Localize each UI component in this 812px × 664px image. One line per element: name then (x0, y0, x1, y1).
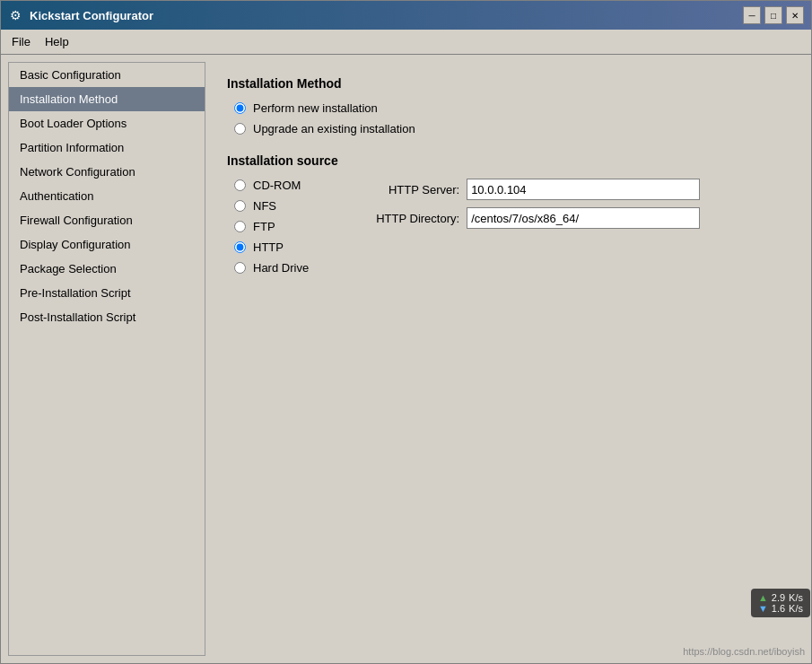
app-icon: ⚙ (8, 8, 22, 22)
radio-upgrade-input[interactable] (234, 123, 246, 135)
radio-ftp-label: FTP (253, 220, 275, 233)
main-window: ⚙ Kickstart Configurator ─ □ ✕ File Help… (0, 0, 812, 664)
radio-cdrom-input[interactable] (234, 179, 246, 191)
sidebar-item-display-config[interactable]: Display Configuration (9, 232, 205, 257)
sidebar-item-package-selection[interactable]: Package Selection (9, 257, 205, 281)
radio-http-label: HTTP (253, 240, 284, 254)
menu-bar: File Help (1, 30, 811, 55)
download-arrow: ▼ (758, 603, 768, 614)
upload-arrow: ▲ (758, 592, 768, 603)
radio-nfs[interactable]: NFS (234, 199, 309, 213)
download-speed-value: 1.6 (772, 603, 785, 614)
radio-new-install[interactable]: Perform new installation (234, 101, 782, 115)
sidebar-item-boot-loader[interactable]: Boot Loader Options (9, 111, 205, 135)
sidebar-item-pre-install[interactable]: Pre-Installation Script (9, 281, 205, 305)
speed-overlay: ▲ 2.9 K/s ▼ 1.6 K/s (751, 589, 810, 617)
radio-hard-drive-input[interactable] (234, 262, 246, 274)
http-directory-label: HTTP Directory: (352, 212, 459, 225)
http-server-label: HTTP Server: (352, 183, 459, 197)
watermark: https://blog.csdn.net/iboyish (683, 646, 805, 657)
radio-http-input[interactable] (234, 241, 246, 253)
sidebar-item-firewall-config[interactable]: Firewall Configuration (9, 208, 205, 232)
radio-hard-drive[interactable]: Hard Drive (234, 261, 309, 275)
upload-speed-value: 2.9 (772, 592, 785, 603)
http-server-row: HTTP Server: (352, 179, 700, 200)
main-content: Basic Configuration Installation Method … (1, 55, 811, 663)
close-button[interactable]: ✕ (786, 6, 804, 24)
radio-new-install-label: Perform new installation (253, 101, 378, 115)
installation-method-options: Perform new installation Upgrade an exis… (227, 101, 782, 135)
radio-hard-drive-label: Hard Drive (253, 261, 309, 275)
http-server-input[interactable] (467, 179, 700, 200)
installation-source-title: Installation source (227, 153, 782, 168)
sidebar: Basic Configuration Installation Method … (8, 62, 205, 656)
sidebar-item-basic-config[interactable]: Basic Configuration (9, 63, 205, 87)
radio-nfs-label: NFS (253, 199, 276, 213)
download-speed-row: ▼ 1.6 K/s (758, 603, 803, 614)
radio-ftp-input[interactable] (234, 221, 246, 232)
radio-nfs-input[interactable] (234, 200, 246, 212)
radio-upgrade-label: Upgrade an existing installation (253, 122, 415, 135)
upload-speed-unit: K/s (789, 592, 803, 603)
sidebar-item-partition-info[interactable]: Partition Information (9, 135, 205, 160)
sidebar-item-authentication[interactable]: Authentication (9, 184, 205, 208)
radio-upgrade[interactable]: Upgrade an existing installation (234, 122, 782, 135)
menu-file[interactable]: File (4, 33, 38, 50)
http-directory-input[interactable] (467, 207, 700, 229)
sidebar-item-post-install[interactable]: Post-Installation Script (9, 305, 205, 329)
download-speed-unit: K/s (789, 603, 803, 614)
source-radio-group: CD-ROM NFS FTP HTTP (227, 179, 309, 275)
radio-new-install-input[interactable] (234, 102, 246, 114)
sidebar-item-network-config[interactable]: Network Configuration (9, 160, 205, 184)
minimize-button[interactable]: ─ (743, 6, 761, 24)
radio-ftp[interactable]: FTP (234, 220, 309, 233)
maximize-button[interactable]: □ (764, 6, 782, 24)
menu-help[interactable]: Help (38, 33, 76, 50)
sidebar-item-installation-method[interactable]: Installation Method (9, 87, 205, 111)
radio-cdrom[interactable]: CD-ROM (234, 179, 309, 192)
upload-speed-row: ▲ 2.9 K/s (758, 592, 803, 603)
window-title: Kickstart Configurator (30, 9, 736, 22)
title-bar: ⚙ Kickstart Configurator ─ □ ✕ (1, 1, 811, 30)
window-controls: ─ □ ✕ (743, 6, 804, 24)
right-panel: Installation Method Perform new installa… (205, 62, 804, 656)
radio-cdrom-label: CD-ROM (253, 179, 301, 192)
installation-method-title: Installation Method (227, 76, 782, 91)
radio-http[interactable]: HTTP (234, 240, 309, 254)
http-directory-row: HTTP Directory: (352, 207, 700, 229)
installation-source-section: Installation source CD-ROM NFS (227, 153, 782, 285)
server-fields: HTTP Server: HTTP Directory: (352, 179, 700, 229)
